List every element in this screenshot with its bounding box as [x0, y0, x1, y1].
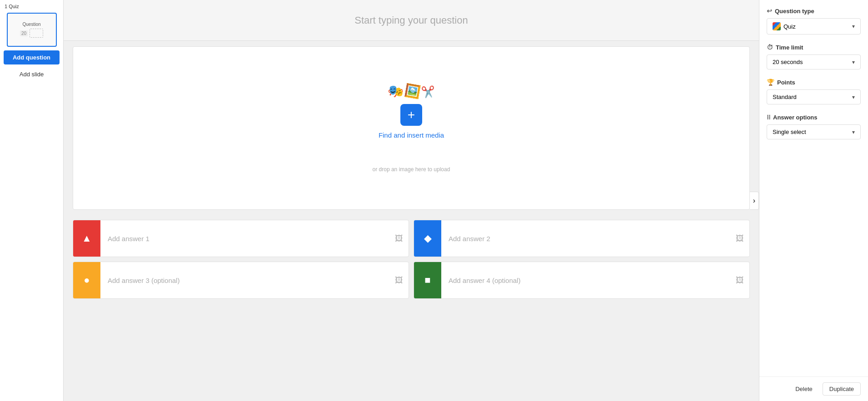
slide-thumbnail-label: Question: [22, 22, 40, 27]
time-limit-label: Time limit: [776, 44, 803, 51]
media-icon-1: 🎭: [386, 82, 405, 100]
answer-options-dropdown[interactable]: Single select ▾: [767, 124, 861, 139]
answer-shape-4: ■: [424, 274, 430, 286]
time-limit-section: ⏱ Time limit 20 seconds ▾: [767, 44, 861, 69]
slide-label: 1 Quiz: [4, 4, 19, 9]
add-question-button[interactable]: Add question: [4, 50, 60, 64]
delete-button[interactable]: Delete: [790, 383, 818, 395]
answer-options-section: ⁞⁞ Answer options Single select ▾: [767, 114, 861, 139]
slide-number: 20: [20, 30, 28, 36]
points-title: 🏆 Points: [767, 79, 861, 86]
media-icons: 🎭 🖼️ ✂️: [388, 84, 435, 99]
media-icon-2: 🖼️: [403, 82, 421, 100]
answer-icon-bar-4: ■: [414, 262, 441, 298]
answer-card-3[interactable]: ● Add answer 3 (optional) 🖼: [73, 262, 409, 299]
answer-text-4[interactable]: Add answer 4 (optional): [441, 277, 749, 284]
answer-options-chevron: ▾: [852, 129, 855, 135]
question-placeholder[interactable]: Start typing your question: [354, 15, 468, 26]
answer-options-icon: ⁞⁞: [767, 114, 770, 121]
quiz-color-block: [773, 22, 781, 30]
media-icon-3: ✂️: [421, 85, 435, 99]
plus-icon: +: [408, 108, 415, 122]
points-label: Points: [777, 79, 795, 86]
answer-card-4[interactable]: ■ Add answer 4 (optional) 🖼: [414, 262, 750, 299]
points-dropdown[interactable]: Standard ▾: [767, 89, 861, 104]
answer-text-2[interactable]: Add answer 2: [441, 235, 749, 243]
answer-icon-bar-3: ●: [73, 262, 100, 298]
answer-icon-bar-2: ◆: [414, 220, 441, 257]
question-type-title: ↩ Question type: [767, 7, 861, 15]
question-type-dropdown[interactable]: Quiz ▾: [767, 18, 861, 35]
answer-text-1[interactable]: Add answer 1: [100, 235, 409, 243]
question-type-icon: ↩: [767, 7, 772, 15]
chevron-right-icon: ›: [753, 197, 755, 205]
answer-shape-2: ◆: [424, 233, 432, 244]
answer-image-button-1[interactable]: 🖼: [395, 234, 403, 243]
answer-text-3[interactable]: Add answer 3 (optional): [100, 277, 409, 284]
answer-card-1[interactable]: ▲ Add answer 1 🖼: [73, 220, 409, 257]
answer-options-value: Single select: [773, 129, 806, 135]
media-label[interactable]: Find and insert media: [379, 131, 444, 139]
question-type-label: Question type: [775, 8, 814, 15]
answer-image-button-3[interactable]: 🖼: [395, 276, 403, 285]
slide-img-placeholder: [30, 29, 43, 38]
media-plus-button[interactable]: +: [400, 104, 422, 126]
points-icon: 🏆: [767, 79, 774, 86]
time-limit-chevron: ▾: [852, 59, 855, 65]
points-chevron: ▾: [852, 94, 855, 100]
answer-icon-bar-1: ▲: [73, 220, 100, 257]
sidebar: 1 Quiz Question 20 Add question Add slid…: [0, 0, 64, 401]
media-drop-label: or drop an image here to upload: [373, 166, 450, 173]
clock-icon: ⏱: [767, 44, 773, 51]
time-limit-value: 20 seconds: [773, 59, 803, 65]
points-section: 🏆 Points Standard ▾: [767, 79, 861, 104]
slide-thumbnail-row: 20: [20, 29, 43, 38]
content-area: Start typing your question 🎭 🖼️ ✂️ + Fin…: [64, 0, 759, 401]
answer-image-button-4[interactable]: 🖼: [736, 276, 744, 285]
quiz-icon-label: Quiz: [773, 22, 796, 30]
panel-footer: Delete Duplicate: [759, 376, 868, 401]
question-type-value: Quiz: [783, 23, 796, 30]
right-panel-content: ↩ Question type Quiz ▾ ⏱ Time limit 20 s…: [759, 0, 868, 376]
answers-grid: ▲ Add answer 1 🖼 ◆ Add answer 2 🖼 ● Add …: [64, 215, 759, 308]
question-area[interactable]: Start typing your question: [64, 0, 759, 41]
answer-options-label: Answer options: [773, 114, 818, 121]
answer-options-title: ⁞⁞ Answer options: [767, 114, 861, 121]
media-insert-area[interactable]: 🎭 🖼️ ✂️ + Find and insert media or drop …: [73, 46, 750, 210]
duplicate-button[interactable]: Duplicate: [823, 382, 861, 396]
question-type-chevron: ▾: [852, 23, 855, 30]
points-value: Standard: [773, 94, 797, 100]
right-panel: ↩ Question type Quiz ▾ ⏱ Time limit 20 s…: [759, 0, 868, 401]
answer-image-button-2[interactable]: 🖼: [736, 234, 744, 243]
add-slide-button[interactable]: Add slide: [4, 68, 60, 80]
answer-shape-1: ▲: [82, 233, 92, 244]
answer-card-2[interactable]: ◆ Add answer 2 🖼: [414, 220, 750, 257]
time-limit-dropdown[interactable]: 20 seconds ▾: [767, 54, 861, 69]
main-wrapper: Start typing your question 🎭 🖼️ ✂️ + Fin…: [64, 0, 759, 401]
question-type-section: ↩ Question type Quiz ▾: [767, 7, 861, 35]
collapse-toggle[interactable]: ›: [750, 192, 759, 210]
slide-thumbnail[interactable]: Question 20: [7, 13, 57, 47]
time-limit-title: ⏱ Time limit: [767, 44, 861, 51]
answer-shape-3: ●: [84, 274, 90, 286]
